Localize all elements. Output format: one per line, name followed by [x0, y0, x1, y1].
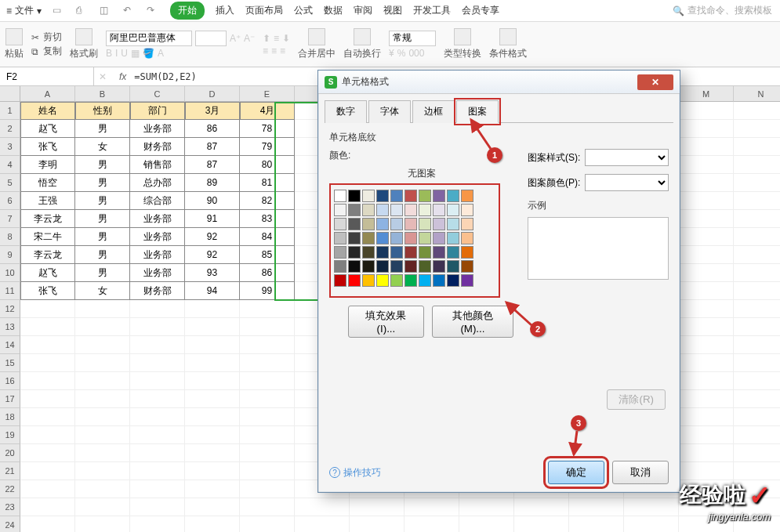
- cell[interactable]: [295, 498, 350, 516]
- cell[interactable]: 93: [185, 264, 240, 282]
- cell[interactable]: [75, 390, 130, 408]
- color-swatch[interactable]: [461, 204, 473, 216]
- color-swatch[interactable]: [390, 218, 403, 230]
- color-swatch[interactable]: [390, 204, 403, 216]
- cell[interactable]: [130, 426, 185, 444]
- color-swatch[interactable]: [376, 246, 389, 259]
- row-head[interactable]: 5: [0, 174, 20, 192]
- cell[interactable]: [20, 444, 75, 462]
- copy-button[interactable]: ⧉复制: [31, 45, 62, 58]
- color-swatch[interactable]: [376, 260, 389, 273]
- comma-icon[interactable]: 000: [408, 48, 424, 59]
- color-swatch[interactable]: [433, 204, 445, 216]
- row-head[interactable]: 8: [0, 228, 20, 246]
- color-swatch[interactable]: [447, 274, 459, 287]
- ok-button[interactable]: 确定: [548, 461, 604, 484]
- file-menu[interactable]: ≡ 文件 ▾: [6, 4, 42, 17]
- cell[interactable]: 78: [240, 120, 295, 138]
- cell[interactable]: 89: [185, 174, 240, 192]
- color-swatch[interactable]: [419, 246, 431, 259]
- cell[interactable]: [679, 210, 734, 228]
- cell[interactable]: [734, 210, 780, 228]
- cell[interactable]: 男: [75, 228, 130, 246]
- color-swatch[interactable]: [348, 232, 361, 244]
- cell[interactable]: [734, 462, 780, 480]
- fill-color-icon[interactable]: 🪣: [143, 48, 154, 59]
- underline-icon[interactable]: U: [121, 48, 128, 59]
- cell[interactable]: [734, 192, 780, 210]
- color-swatch[interactable]: [461, 260, 473, 273]
- tab-border[interactable]: 边框: [412, 100, 455, 123]
- cell[interactable]: [240, 390, 295, 408]
- color-swatch[interactable]: [390, 232, 403, 244]
- cell[interactable]: [240, 462, 295, 480]
- cell[interactable]: [240, 516, 295, 532]
- cell[interactable]: 92: [185, 228, 240, 246]
- cell[interactable]: [185, 300, 240, 318]
- color-swatch[interactable]: [362, 274, 375, 287]
- cell-reference[interactable]: F2: [0, 67, 94, 85]
- cell[interactable]: [185, 498, 240, 516]
- cell[interactable]: 80: [240, 156, 295, 174]
- cell[interactable]: [734, 156, 780, 174]
- cell[interactable]: [679, 318, 734, 336]
- cell[interactable]: [679, 102, 734, 120]
- row-head[interactable]: 16: [0, 372, 20, 390]
- cell[interactable]: 3月: [185, 102, 240, 120]
- number-format-select[interactable]: [389, 31, 436, 46]
- cell[interactable]: [734, 246, 780, 264]
- select-all-corner[interactable]: [0, 86, 20, 102]
- cell[interactable]: [130, 300, 185, 318]
- cell[interactable]: [624, 498, 679, 516]
- cell[interactable]: 姓名: [20, 102, 75, 120]
- cell[interactable]: 85: [240, 246, 295, 264]
- cell[interactable]: [679, 192, 734, 210]
- tab-insert[interactable]: 插入: [216, 4, 234, 17]
- cell[interactable]: [679, 300, 734, 318]
- cell[interactable]: [20, 498, 75, 516]
- color-swatch[interactable]: [461, 274, 473, 287]
- color-swatch[interactable]: [433, 260, 445, 273]
- cell[interactable]: [734, 300, 780, 318]
- pattern-color-select[interactable]: [585, 174, 669, 191]
- col-head[interactable]: C: [130, 86, 185, 102]
- color-swatch[interactable]: [334, 218, 346, 230]
- color-swatch[interactable]: [376, 232, 389, 244]
- cell[interactable]: 94: [185, 282, 240, 300]
- cell[interactable]: [75, 318, 130, 336]
- cell[interactable]: 83: [240, 210, 295, 228]
- tab-data[interactable]: 数据: [324, 4, 343, 17]
- cell[interactable]: [679, 462, 734, 480]
- cell[interactable]: 男: [75, 246, 130, 264]
- cell[interactable]: 84: [240, 228, 295, 246]
- cell[interactable]: [734, 390, 780, 408]
- cancel-button[interactable]: 取消: [612, 461, 669, 484]
- cell[interactable]: 女: [75, 138, 130, 156]
- color-swatch[interactable]: [348, 218, 361, 230]
- cell[interactable]: [185, 390, 240, 408]
- cut-button[interactable]: ✂剪切: [31, 31, 62, 44]
- cell[interactable]: [240, 444, 295, 462]
- pattern-style-select[interactable]: [585, 149, 669, 166]
- border-icon[interactable]: ▦: [131, 48, 140, 59]
- col-head[interactable]: N: [734, 86, 780, 102]
- color-swatch[interactable]: [447, 232, 459, 244]
- color-swatch[interactable]: [362, 260, 375, 273]
- font-color-icon[interactable]: A: [158, 48, 164, 59]
- cell[interactable]: [240, 318, 295, 336]
- cell[interactable]: [734, 174, 780, 192]
- color-swatch[interactable]: [334, 232, 346, 244]
- tab-formula[interactable]: 公式: [294, 4, 313, 17]
- color-swatch[interactable]: [447, 204, 459, 216]
- color-swatch[interactable]: [405, 260, 417, 273]
- cond-format[interactable]: 条件格式: [489, 28, 527, 60]
- cell[interactable]: [734, 318, 780, 336]
- search-box[interactable]: 🔍 查找命令、搜索模板: [673, 4, 772, 17]
- italic-icon[interactable]: I: [115, 48, 118, 59]
- align-center-icon[interactable]: ≡: [271, 45, 277, 56]
- fill-effects-button[interactable]: 填充效果(I)...: [348, 306, 424, 338]
- cell[interactable]: 悟空: [20, 174, 75, 192]
- cell[interactable]: [624, 516, 679, 532]
- currency-icon[interactable]: ¥: [389, 48, 394, 59]
- tab-pattern[interactable]: 图案: [456, 100, 499, 123]
